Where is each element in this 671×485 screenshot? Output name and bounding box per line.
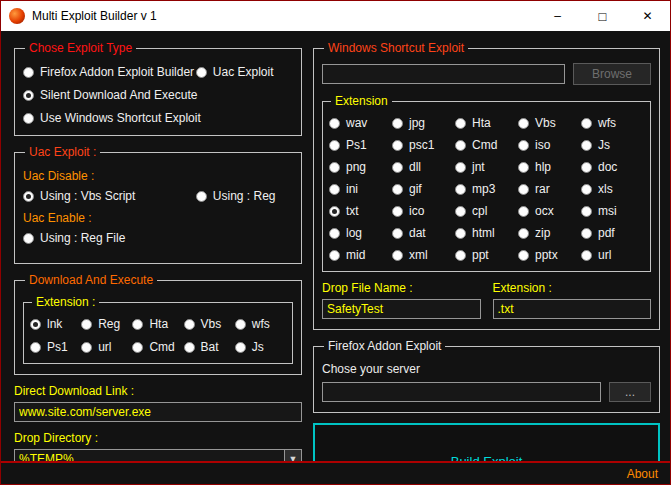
radio-option[interactable]: Silent Download And Execute (23, 88, 293, 102)
radio-option[interactable]: wav (329, 116, 392, 130)
radio-label: Using : Reg (213, 189, 276, 203)
radio-option[interactable]: ppt (455, 248, 518, 262)
radio-icon (455, 228, 466, 239)
radio-option[interactable]: Uac Exploit (196, 65, 293, 79)
radio-option[interactable]: ini (329, 182, 392, 196)
uac-exploit-title: Uac Exploit : (25, 145, 100, 159)
radio-option[interactable]: Hta (132, 317, 183, 331)
radio-option[interactable]: Cmd (132, 340, 183, 354)
radio-icon (329, 162, 340, 173)
radio-option[interactable]: wfs (235, 317, 286, 331)
radio-option[interactable]: Bat (184, 340, 235, 354)
radio-label: Hta (472, 116, 491, 130)
uac-disable-label: Uac Disable : (23, 169, 293, 183)
radio-icon (518, 250, 529, 261)
shortcut-path-input[interactable] (322, 64, 565, 84)
radio-label: Ps1 (346, 138, 367, 152)
radio-option[interactable]: Using : Vbs Script (23, 189, 196, 203)
close-button[interactable]: ✕ (625, 1, 670, 31)
radio-option[interactable]: jnt (455, 160, 518, 174)
radio-label: url (598, 248, 611, 262)
radio-option[interactable]: Cmd (455, 138, 518, 152)
radio-label: wfs (598, 116, 616, 130)
radio-label: cpl (472, 204, 487, 218)
radio-icon (518, 162, 529, 173)
radio-icon (392, 228, 403, 239)
radio-option[interactable]: lnk (30, 317, 81, 331)
radio-option[interactable]: Vbs (518, 116, 581, 130)
radio-option[interactable]: Js (235, 340, 286, 354)
radio-label: lnk (47, 317, 62, 331)
radio-option[interactable]: Hta (455, 116, 518, 130)
radio-option[interactable]: dat (392, 226, 455, 240)
radio-option[interactable]: txt (329, 204, 392, 218)
radio-option[interactable]: gif (392, 182, 455, 196)
radio-option[interactable]: pdf (581, 226, 644, 240)
radio-option[interactable]: Firefox Addon Exploit Builder (23, 65, 196, 79)
radio-option[interactable]: ocx (518, 204, 581, 218)
radio-icon (392, 118, 403, 129)
radio-option[interactable]: Ps1 (30, 340, 81, 354)
left-column: Chose Exploit Type Firefox Addon Exploit… (14, 41, 302, 485)
radio-option[interactable]: iso (518, 138, 581, 152)
radio-label: ocx (535, 204, 554, 218)
radio-option[interactable]: ico (392, 204, 455, 218)
radio-label: wfs (252, 317, 270, 331)
radio-label: wav (346, 116, 367, 130)
about-link[interactable]: About (627, 467, 658, 481)
radio-label: msi (598, 204, 617, 218)
radio-option[interactable]: jpg (392, 116, 455, 130)
radio-option[interactable]: xls (581, 182, 644, 196)
radio-option[interactable]: Reg (81, 317, 132, 331)
radio-option[interactable]: Ps1 (329, 138, 392, 152)
radio-option[interactable]: url (581, 248, 644, 262)
maximize-button[interactable]: □ (580, 1, 625, 31)
radio-option[interactable]: msi (581, 204, 644, 218)
radio-option[interactable]: Using : Reg (196, 189, 276, 203)
radio-option[interactable]: rar (518, 182, 581, 196)
radio-option[interactable]: html (455, 226, 518, 240)
direct-download-link-input[interactable] (14, 402, 302, 422)
download-execute-group: Download And Execute Extension : lnk (14, 273, 302, 375)
radio-option[interactable]: mid (329, 248, 392, 262)
radio-option[interactable]: zip (518, 226, 581, 240)
radio-label: Using : Vbs Script (40, 189, 135, 203)
radio-option[interactable]: Js (581, 138, 644, 152)
radio-option[interactable]: xml (392, 248, 455, 262)
radio-option[interactable]: url (81, 340, 132, 354)
radio-option[interactable]: mp3 (455, 182, 518, 196)
radio-icon (455, 184, 466, 195)
radio-icon (581, 184, 592, 195)
radio-icon (196, 67, 207, 78)
radio-icon (329, 206, 340, 217)
radio-icon (455, 118, 466, 129)
radio-option[interactable]: hlp (518, 160, 581, 174)
radio-label: Js (598, 138, 610, 152)
radio-option[interactable]: png (329, 160, 392, 174)
shortcut-extension-input[interactable] (493, 299, 652, 319)
radio-option[interactable]: psc1 (392, 138, 455, 152)
download-extension-title: Extension : (32, 295, 99, 309)
windows-shortcut-title: Windows Shortcut Exploit (324, 41, 468, 55)
minimize-button[interactable]: – (535, 1, 580, 31)
radio-option[interactable]: doc (581, 160, 644, 174)
radio-option[interactable]: log (329, 226, 392, 240)
firefox-server-input[interactable] (322, 382, 601, 402)
radio-option[interactable]: pptx (518, 248, 581, 262)
radio-option[interactable]: Using : Reg File (23, 231, 196, 245)
direct-download-link-field: Direct Download Link : (14, 384, 302, 422)
radio-icon (518, 118, 529, 129)
radio-option[interactable]: cpl (455, 204, 518, 218)
radio-label: doc (598, 160, 617, 174)
browse-button[interactable]: Browse (573, 63, 651, 85)
radio-option[interactable]: dll (392, 160, 455, 174)
radio-label: ppt (472, 248, 489, 262)
radio-label: rar (535, 182, 550, 196)
main-content: Chose Exploit Type Firefox Addon Exploit… (1, 31, 670, 461)
radio-option[interactable]: wfs (581, 116, 644, 130)
radio-label: mid (346, 248, 365, 262)
server-browse-button[interactable]: ... (609, 382, 651, 402)
radio-option[interactable]: Use Windows Shortcut Exploit (23, 111, 293, 125)
shortcut-drop-file-input[interactable] (322, 299, 481, 319)
radio-option[interactable]: Vbs (184, 317, 235, 331)
